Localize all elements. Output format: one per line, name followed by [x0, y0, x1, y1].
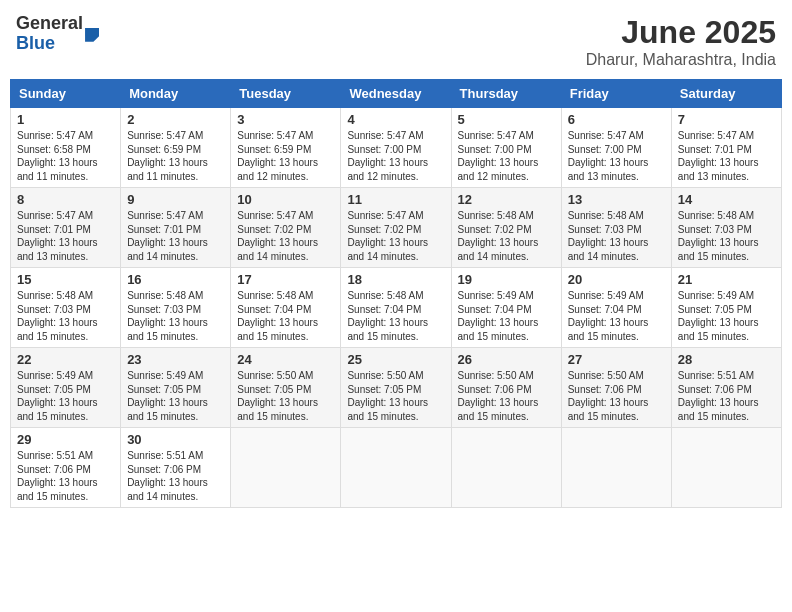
calendar-week-row: 8 Sunrise: 5:47 AMSunset: 7:01 PMDayligh…	[11, 188, 782, 268]
calendar-day-cell: 8 Sunrise: 5:47 AMSunset: 7:01 PMDayligh…	[11, 188, 121, 268]
day-info: Sunrise: 5:47 AMSunset: 6:59 PMDaylight:…	[127, 130, 208, 182]
calendar-table: SundayMondayTuesdayWednesdayThursdayFrid…	[10, 79, 782, 508]
calendar-day-cell: 2 Sunrise: 5:47 AMSunset: 6:59 PMDayligh…	[121, 108, 231, 188]
calendar-day-cell: 23 Sunrise: 5:49 AMSunset: 7:05 PMDaylig…	[121, 348, 231, 428]
calendar-day-cell: 13 Sunrise: 5:48 AMSunset: 7:03 PMDaylig…	[561, 188, 671, 268]
day-info: Sunrise: 5:47 AMSunset: 7:00 PMDaylight:…	[347, 130, 428, 182]
calendar-day-cell: 14 Sunrise: 5:48 AMSunset: 7:03 PMDaylig…	[671, 188, 781, 268]
calendar-day-cell: 27 Sunrise: 5:50 AMSunset: 7:06 PMDaylig…	[561, 348, 671, 428]
calendar-day-cell: 26 Sunrise: 5:50 AMSunset: 7:06 PMDaylig…	[451, 348, 561, 428]
day-info: Sunrise: 5:47 AMSunset: 7:00 PMDaylight:…	[568, 130, 649, 182]
weekday-header: Friday	[561, 80, 671, 108]
day-info: Sunrise: 5:48 AMSunset: 7:02 PMDaylight:…	[458, 210, 539, 262]
day-number: 23	[127, 352, 224, 367]
day-number: 4	[347, 112, 444, 127]
day-info: Sunrise: 5:47 AMSunset: 7:02 PMDaylight:…	[347, 210, 428, 262]
day-info: Sunrise: 5:49 AMSunset: 7:05 PMDaylight:…	[17, 370, 98, 422]
day-info: Sunrise: 5:49 AMSunset: 7:04 PMDaylight:…	[458, 290, 539, 342]
calendar-day-cell: 28 Sunrise: 5:51 AMSunset: 7:06 PMDaylig…	[671, 348, 781, 428]
month-title: June 2025	[586, 14, 776, 51]
weekday-header: Saturday	[671, 80, 781, 108]
day-number: 7	[678, 112, 775, 127]
calendar-week-row: 1 Sunrise: 5:47 AMSunset: 6:58 PMDayligh…	[11, 108, 782, 188]
calendar-day-cell: 21 Sunrise: 5:49 AMSunset: 7:05 PMDaylig…	[671, 268, 781, 348]
calendar-day-cell: 29 Sunrise: 5:51 AMSunset: 7:06 PMDaylig…	[11, 428, 121, 508]
calendar-day-cell: 22 Sunrise: 5:49 AMSunset: 7:05 PMDaylig…	[11, 348, 121, 428]
day-info: Sunrise: 5:50 AMSunset: 7:05 PMDaylight:…	[237, 370, 318, 422]
day-number: 18	[347, 272, 444, 287]
calendar-day-cell: 10 Sunrise: 5:47 AMSunset: 7:02 PMDaylig…	[231, 188, 341, 268]
calendar-day-cell: 16 Sunrise: 5:48 AMSunset: 7:03 PMDaylig…	[121, 268, 231, 348]
day-number: 29	[17, 432, 114, 447]
day-info: Sunrise: 5:49 AMSunset: 7:05 PMDaylight:…	[127, 370, 208, 422]
day-number: 17	[237, 272, 334, 287]
calendar-week-row: 29 Sunrise: 5:51 AMSunset: 7:06 PMDaylig…	[11, 428, 782, 508]
day-number: 21	[678, 272, 775, 287]
weekday-header: Monday	[121, 80, 231, 108]
day-info: Sunrise: 5:48 AMSunset: 7:03 PMDaylight:…	[17, 290, 98, 342]
day-number: 28	[678, 352, 775, 367]
calendar-day-cell	[451, 428, 561, 508]
title-area: June 2025 Dharur, Maharashtra, India	[586, 14, 776, 69]
logo-general: General	[16, 14, 83, 34]
day-number: 25	[347, 352, 444, 367]
day-info: Sunrise: 5:47 AMSunset: 7:00 PMDaylight:…	[458, 130, 539, 182]
calendar-header: General Blue June 2025 Dharur, Maharasht…	[10, 10, 782, 73]
day-number: 6	[568, 112, 665, 127]
day-number: 8	[17, 192, 114, 207]
day-number: 1	[17, 112, 114, 127]
day-number: 24	[237, 352, 334, 367]
calendar-day-cell: 24 Sunrise: 5:50 AMSunset: 7:05 PMDaylig…	[231, 348, 341, 428]
day-info: Sunrise: 5:50 AMSunset: 7:06 PMDaylight:…	[568, 370, 649, 422]
weekday-header: Tuesday	[231, 80, 341, 108]
calendar-week-row: 22 Sunrise: 5:49 AMSunset: 7:05 PMDaylig…	[11, 348, 782, 428]
logo-icon	[85, 28, 99, 42]
day-number: 26	[458, 352, 555, 367]
day-info: Sunrise: 5:51 AMSunset: 7:06 PMDaylight:…	[127, 450, 208, 502]
day-number: 19	[458, 272, 555, 287]
day-number: 16	[127, 272, 224, 287]
calendar-day-cell	[341, 428, 451, 508]
calendar-day-cell: 3 Sunrise: 5:47 AMSunset: 6:59 PMDayligh…	[231, 108, 341, 188]
day-number: 10	[237, 192, 334, 207]
calendar-day-cell: 6 Sunrise: 5:47 AMSunset: 7:00 PMDayligh…	[561, 108, 671, 188]
day-info: Sunrise: 5:48 AMSunset: 7:03 PMDaylight:…	[678, 210, 759, 262]
calendar-day-cell: 5 Sunrise: 5:47 AMSunset: 7:00 PMDayligh…	[451, 108, 561, 188]
day-number: 20	[568, 272, 665, 287]
calendar-day-cell: 25 Sunrise: 5:50 AMSunset: 7:05 PMDaylig…	[341, 348, 451, 428]
calendar-day-cell: 12 Sunrise: 5:48 AMSunset: 7:02 PMDaylig…	[451, 188, 561, 268]
calendar-day-cell	[231, 428, 341, 508]
calendar-day-cell: 9 Sunrise: 5:47 AMSunset: 7:01 PMDayligh…	[121, 188, 231, 268]
calendar-day-cell: 7 Sunrise: 5:47 AMSunset: 7:01 PMDayligh…	[671, 108, 781, 188]
calendar-day-cell: 19 Sunrise: 5:49 AMSunset: 7:04 PMDaylig…	[451, 268, 561, 348]
weekday-header: Thursday	[451, 80, 561, 108]
day-info: Sunrise: 5:48 AMSunset: 7:04 PMDaylight:…	[237, 290, 318, 342]
logo: General Blue	[16, 14, 99, 54]
day-number: 12	[458, 192, 555, 207]
day-info: Sunrise: 5:48 AMSunset: 7:03 PMDaylight:…	[127, 290, 208, 342]
calendar-header-row: SundayMondayTuesdayWednesdayThursdayFrid…	[11, 80, 782, 108]
day-info: Sunrise: 5:47 AMSunset: 7:01 PMDaylight:…	[678, 130, 759, 182]
day-info: Sunrise: 5:50 AMSunset: 7:06 PMDaylight:…	[458, 370, 539, 422]
calendar-day-cell: 17 Sunrise: 5:48 AMSunset: 7:04 PMDaylig…	[231, 268, 341, 348]
day-info: Sunrise: 5:47 AMSunset: 7:01 PMDaylight:…	[17, 210, 98, 262]
calendar-week-row: 15 Sunrise: 5:48 AMSunset: 7:03 PMDaylig…	[11, 268, 782, 348]
day-info: Sunrise: 5:48 AMSunset: 7:03 PMDaylight:…	[568, 210, 649, 262]
day-info: Sunrise: 5:48 AMSunset: 7:04 PMDaylight:…	[347, 290, 428, 342]
day-info: Sunrise: 5:51 AMSunset: 7:06 PMDaylight:…	[678, 370, 759, 422]
day-number: 15	[17, 272, 114, 287]
location-title: Dharur, Maharashtra, India	[586, 51, 776, 69]
day-number: 13	[568, 192, 665, 207]
day-number: 9	[127, 192, 224, 207]
day-number: 11	[347, 192, 444, 207]
calendar-day-cell: 20 Sunrise: 5:49 AMSunset: 7:04 PMDaylig…	[561, 268, 671, 348]
day-info: Sunrise: 5:49 AMSunset: 7:05 PMDaylight:…	[678, 290, 759, 342]
calendar-day-cell: 18 Sunrise: 5:48 AMSunset: 7:04 PMDaylig…	[341, 268, 451, 348]
day-info: Sunrise: 5:50 AMSunset: 7:05 PMDaylight:…	[347, 370, 428, 422]
day-number: 2	[127, 112, 224, 127]
logo-blue: Blue	[16, 34, 83, 54]
calendar-day-cell: 30 Sunrise: 5:51 AMSunset: 7:06 PMDaylig…	[121, 428, 231, 508]
day-number: 22	[17, 352, 114, 367]
day-info: Sunrise: 5:47 AMSunset: 7:02 PMDaylight:…	[237, 210, 318, 262]
calendar-day-cell	[671, 428, 781, 508]
